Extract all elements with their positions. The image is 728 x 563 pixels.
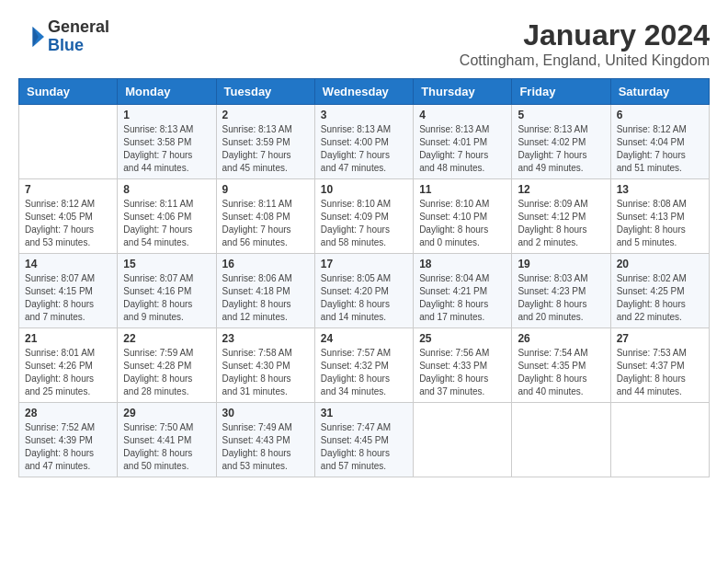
cell-info: Sunrise: 7:56 AMSunset: 4:33 PMDaylight:…	[419, 347, 506, 398]
day-number: 5	[518, 109, 604, 121]
cell-info: Sunrise: 8:03 AMSunset: 4:23 PMDaylight:…	[518, 272, 604, 324]
day-number: 28	[25, 407, 111, 419]
week-row-5: 28Sunrise: 7:52 AMSunset: 4:39 PMDayligh…	[19, 403, 710, 477]
calendar-cell	[512, 403, 610, 477]
header-row: SundayMondayTuesdayWednesdayThursdayFrid…	[19, 79, 710, 105]
day-number: 6	[617, 109, 703, 121]
cell-info: Sunrise: 7:59 AMSunset: 4:28 PMDaylight:…	[123, 347, 210, 398]
cell-info: Sunrise: 8:11 AMSunset: 4:06 PMDaylight:…	[123, 198, 210, 249]
cell-info: Sunrise: 7:57 AMSunset: 4:32 PMDaylight:…	[321, 347, 407, 398]
day-number: 19	[518, 258, 604, 270]
header-day-thursday: Thursday	[414, 79, 512, 105]
cell-info: Sunrise: 8:07 AMSunset: 4:16 PMDaylight:…	[123, 272, 210, 324]
week-row-1: 1Sunrise: 8:13 AMSunset: 3:58 PMDaylight…	[19, 105, 710, 179]
cell-info: Sunrise: 8:02 AMSunset: 4:25 PMDaylight:…	[617, 272, 703, 324]
header-day-monday: Monday	[118, 79, 216, 105]
cell-info: Sunrise: 8:08 AMSunset: 4:13 PMDaylight:…	[617, 198, 703, 249]
day-number: 29	[123, 407, 210, 419]
cell-info: Sunrise: 8:13 AMSunset: 4:01 PMDaylight:…	[419, 123, 506, 175]
day-number: 3	[321, 109, 407, 121]
calendar-cell: 21Sunrise: 8:01 AMSunset: 4:26 PMDayligh…	[19, 328, 118, 403]
logo-text: General Blue	[48, 18, 109, 55]
page-header: General Blue January 2024 Cottingham, En…	[18, 18, 710, 69]
cell-info: Sunrise: 8:12 AMSunset: 4:04 PMDaylight:…	[617, 123, 703, 175]
logo-blue: Blue	[48, 36, 84, 54]
calendar-cell: 30Sunrise: 7:49 AMSunset: 4:43 PMDayligh…	[216, 403, 314, 477]
week-row-3: 14Sunrise: 8:07 AMSunset: 4:15 PMDayligh…	[19, 254, 710, 328]
calendar-cell: 20Sunrise: 8:02 AMSunset: 4:25 PMDayligh…	[610, 254, 709, 328]
cell-info: Sunrise: 7:49 AMSunset: 4:43 PMDaylight:…	[222, 421, 309, 473]
logo-icon	[18, 24, 44, 50]
header-day-wednesday: Wednesday	[314, 79, 413, 105]
day-number: 27	[617, 332, 703, 345]
cell-info: Sunrise: 8:12 AMSunset: 4:05 PMDaylight:…	[25, 198, 111, 249]
day-number: 22	[123, 332, 210, 345]
month-title: January 2024	[460, 18, 710, 52]
header-day-tuesday: Tuesday	[216, 79, 314, 105]
cell-info: Sunrise: 8:06 AMSunset: 4:18 PMDaylight:…	[222, 272, 309, 324]
header-day-friday: Friday	[512, 79, 610, 105]
cell-info: Sunrise: 8:01 AMSunset: 4:26 PMDaylight:…	[25, 347, 111, 398]
calendar-cell: 15Sunrise: 8:07 AMSunset: 4:16 PMDayligh…	[118, 254, 216, 328]
cell-info: Sunrise: 8:07 AMSunset: 4:15 PMDaylight:…	[25, 272, 111, 324]
cell-info: Sunrise: 7:50 AMSunset: 4:41 PMDaylight:…	[123, 421, 210, 473]
logo-general: General	[48, 17, 109, 36]
calendar-cell: 7Sunrise: 8:12 AMSunset: 4:05 PMDaylight…	[19, 179, 118, 254]
calendar-cell: 5Sunrise: 8:13 AMSunset: 4:02 PMDaylight…	[512, 105, 610, 179]
cell-info: Sunrise: 8:04 AMSunset: 4:21 PMDaylight:…	[419, 272, 506, 324]
cell-info: Sunrise: 8:10 AMSunset: 4:09 PMDaylight:…	[321, 198, 407, 249]
day-number: 31	[321, 407, 407, 419]
day-number: 20	[617, 258, 703, 270]
day-number: 13	[617, 183, 703, 196]
day-number: 21	[25, 332, 111, 345]
header-day-saturday: Saturday	[610, 79, 709, 105]
calendar-cell	[19, 105, 118, 179]
week-row-4: 21Sunrise: 8:01 AMSunset: 4:26 PMDayligh…	[19, 328, 710, 403]
day-number: 25	[419, 332, 506, 345]
day-number: 12	[518, 183, 604, 196]
calendar-cell: 23Sunrise: 7:58 AMSunset: 4:30 PMDayligh…	[216, 328, 314, 403]
calendar-cell: 6Sunrise: 8:12 AMSunset: 4:04 PMDaylight…	[610, 105, 709, 179]
calendar-cell: 27Sunrise: 7:53 AMSunset: 4:37 PMDayligh…	[610, 328, 709, 403]
cell-info: Sunrise: 8:10 AMSunset: 4:10 PMDaylight:…	[419, 198, 506, 249]
cell-info: Sunrise: 7:52 AMSunset: 4:39 PMDaylight:…	[25, 421, 111, 473]
calendar-cell: 1Sunrise: 8:13 AMSunset: 3:58 PMDaylight…	[118, 105, 216, 179]
calendar-cell: 10Sunrise: 8:10 AMSunset: 4:09 PMDayligh…	[314, 179, 413, 254]
cell-info: Sunrise: 8:13 AMSunset: 4:02 PMDaylight:…	[518, 123, 604, 175]
calendar-cell: 8Sunrise: 8:11 AMSunset: 4:06 PMDaylight…	[118, 179, 216, 254]
cell-info: Sunrise: 7:58 AMSunset: 4:30 PMDaylight:…	[222, 347, 309, 398]
week-row-2: 7Sunrise: 8:12 AMSunset: 4:05 PMDaylight…	[19, 179, 710, 254]
calendar-cell: 16Sunrise: 8:06 AMSunset: 4:18 PMDayligh…	[216, 254, 314, 328]
calendar-cell	[414, 403, 512, 477]
calendar-cell: 17Sunrise: 8:05 AMSunset: 4:20 PMDayligh…	[314, 254, 413, 328]
day-number: 30	[222, 407, 309, 419]
calendar-cell: 14Sunrise: 8:07 AMSunset: 4:15 PMDayligh…	[19, 254, 118, 328]
day-number: 15	[123, 258, 210, 270]
cell-info: Sunrise: 8:13 AMSunset: 3:59 PMDaylight:…	[222, 123, 309, 175]
cell-info: Sunrise: 8:13 AMSunset: 3:58 PMDaylight:…	[123, 123, 210, 175]
calendar-cell: 25Sunrise: 7:56 AMSunset: 4:33 PMDayligh…	[414, 328, 512, 403]
calendar-cell: 29Sunrise: 7:50 AMSunset: 4:41 PMDayligh…	[118, 403, 216, 477]
calendar-cell: 9Sunrise: 8:11 AMSunset: 4:08 PMDaylight…	[216, 179, 314, 254]
calendar-cell: 19Sunrise: 8:03 AMSunset: 4:23 PMDayligh…	[512, 254, 610, 328]
calendar-cell: 24Sunrise: 7:57 AMSunset: 4:32 PMDayligh…	[314, 328, 413, 403]
day-number: 8	[123, 183, 210, 196]
calendar-cell: 13Sunrise: 8:08 AMSunset: 4:13 PMDayligh…	[610, 179, 709, 254]
logo: General Blue	[18, 18, 109, 55]
calendar-cell: 26Sunrise: 7:54 AMSunset: 4:35 PMDayligh…	[512, 328, 610, 403]
header-day-sunday: Sunday	[19, 79, 118, 105]
day-number: 24	[321, 332, 407, 345]
day-number: 2	[222, 109, 309, 121]
day-number: 14	[25, 258, 111, 270]
cell-info: Sunrise: 7:47 AMSunset: 4:45 PMDaylight:…	[321, 421, 407, 473]
cell-info: Sunrise: 8:09 AMSunset: 4:12 PMDaylight:…	[518, 198, 604, 249]
day-number: 4	[419, 109, 506, 121]
calendar-body: 1Sunrise: 8:13 AMSunset: 3:58 PMDaylight…	[19, 105, 710, 477]
cell-info: Sunrise: 8:05 AMSunset: 4:20 PMDaylight:…	[321, 272, 407, 324]
cell-info: Sunrise: 8:11 AMSunset: 4:08 PMDaylight:…	[222, 198, 309, 249]
calendar-table: SundayMondayTuesdayWednesdayThursdayFrid…	[18, 78, 710, 477]
calendar-cell: 3Sunrise: 8:13 AMSunset: 4:00 PMDaylight…	[314, 105, 413, 179]
cell-info: Sunrise: 8:13 AMSunset: 4:00 PMDaylight:…	[321, 123, 407, 175]
cell-info: Sunrise: 7:54 AMSunset: 4:35 PMDaylight:…	[518, 347, 604, 398]
day-number: 16	[222, 258, 309, 270]
